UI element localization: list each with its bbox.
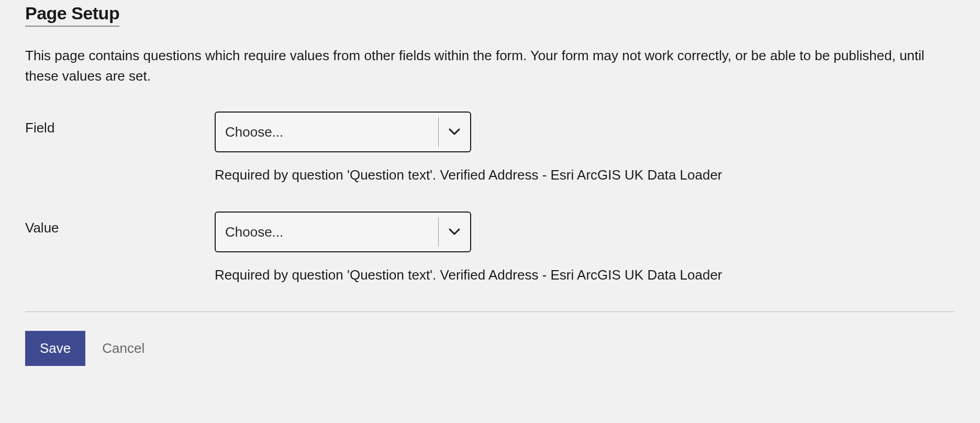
field-select-value: Choose... (216, 124, 438, 140)
value-select-value: Choose... (216, 224, 438, 240)
form-row-field: Field Choose... Required by question 'Qu… (25, 112, 955, 183)
chevron-down-icon (439, 228, 470, 236)
save-button[interactable]: Save (25, 331, 85, 366)
form-row-value: Value Choose... Required by question 'Qu… (25, 212, 955, 283)
page-title: Page Setup (25, 3, 119, 27)
chevron-down-icon (439, 128, 470, 136)
button-row: Save Cancel (25, 331, 955, 366)
section-divider (25, 311, 955, 312)
cancel-button[interactable]: Cancel (98, 331, 149, 366)
value-helper-text: Required by question 'Question text'. Ve… (215, 267, 955, 283)
field-helper-text: Required by question 'Question text'. Ve… (215, 167, 955, 183)
value-select[interactable]: Choose... (215, 212, 471, 252)
field-label: Field (25, 112, 215, 136)
value-label: Value (25, 212, 215, 236)
page-description: This page contains questions which requi… (25, 46, 926, 86)
field-select[interactable]: Choose... (215, 112, 471, 152)
